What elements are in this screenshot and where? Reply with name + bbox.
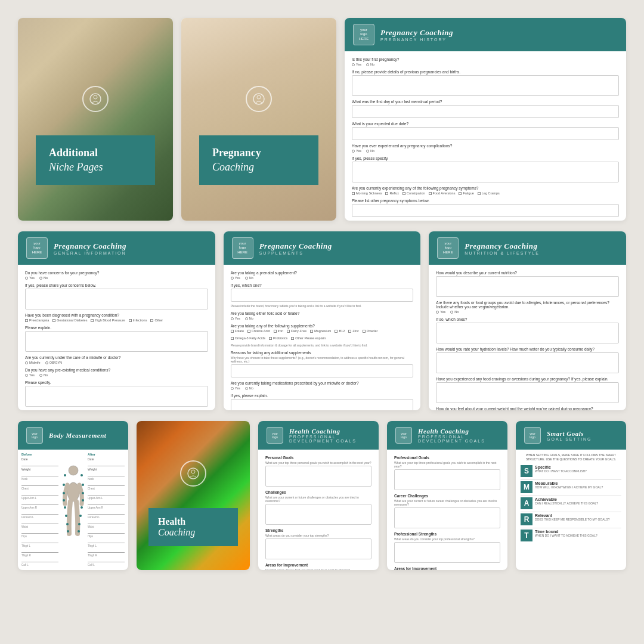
logo-text: yourlogoHERE bbox=[359, 28, 369, 41]
pregnancy-photo-card: Pregnancy Coaching bbox=[181, 18, 336, 221]
q-symptoms: Are you currently experiencing any of th… bbox=[352, 186, 619, 195]
divider-3 bbox=[521, 512, 621, 512]
q-concerns: Do you have concerns for your pregnancy?… bbox=[25, 271, 208, 280]
divider-1 bbox=[521, 479, 621, 480]
divider-4 bbox=[521, 528, 621, 528]
row1: Additional Niche Pages Pregnancy Coachin… bbox=[18, 18, 626, 221]
smart-content-a: Achievable CAN I REALISTICALLY ACHIEVE T… bbox=[535, 497, 621, 506]
form-body-pregnancy-history: Is this your first pregnancy? Yes No If … bbox=[345, 51, 626, 221]
radio-comp-yes: Yes bbox=[352, 149, 361, 153]
form-header-smart: yourlogo Smart Goals GOAL SETTING bbox=[516, 421, 626, 450]
smart-content-t: Time bound WHEN DO I WANT TO ACHIEVE THI… bbox=[535, 530, 621, 538]
form-header-hc2: yourlogo Health Coaching PROFESSIONAL DE… bbox=[387, 421, 507, 450]
svg-point-18 bbox=[80, 506, 83, 509]
svg-point-9 bbox=[63, 499, 65, 501]
q-comp-specify: If yes, please specify. bbox=[352, 156, 619, 182]
pregnancy-overlay: Pregnancy Coaching bbox=[199, 135, 318, 185]
pregnancy-title: Pregnancy bbox=[212, 146, 305, 160]
smart-desc-t: WHEN DO I WANT TO ACHIEVE THIS GOAL? bbox=[535, 534, 621, 538]
q-diagnosed: Have you been diagnosed with a pregnancy… bbox=[25, 313, 208, 322]
form-header-hc1: yourlogo Health Coaching PROFESSIONAL DE… bbox=[258, 421, 379, 450]
svg-point-15 bbox=[82, 484, 84, 486]
form-header-title-5: Body Measurement bbox=[49, 432, 120, 439]
circle-logo-1 bbox=[82, 86, 109, 112]
smart-word-s: Specific bbox=[535, 465, 621, 469]
input-other-symptoms[interactable] bbox=[352, 204, 619, 217]
logo-box-4: yourlogoHERE bbox=[437, 237, 459, 259]
smart-row-a: A Achievable CAN I REALISTICALLY ACHIEVE… bbox=[521, 497, 621, 509]
svg-point-3 bbox=[257, 95, 261, 99]
smart-letter-m: M bbox=[521, 481, 532, 493]
smart-goals-body: WHEN SETTING GOALS, MAKE SURE IT FOLLOWS… bbox=[516, 450, 626, 570]
svg-point-20 bbox=[78, 523, 80, 525]
form-header-title-4: Pregnancy Coaching NUTRITION & LIFESTYLE bbox=[465, 242, 618, 255]
health-coaching-subtitle: Coaching bbox=[158, 527, 228, 538]
additional-niche-title: Additional bbox=[49, 146, 142, 160]
q-explain: Please explain. bbox=[25, 326, 208, 352]
q-due-date: What is your expected due date? bbox=[352, 122, 619, 140]
additional-niche-subtitle: Niche Pages bbox=[49, 160, 142, 174]
radio-no: No bbox=[366, 63, 374, 66]
divider-2 bbox=[521, 496, 621, 496]
form-header-supplements: yourlogoHERE Pregnancy Coaching SUPPLEME… bbox=[224, 231, 421, 265]
svg-point-8 bbox=[63, 492, 65, 494]
svg-point-12 bbox=[66, 523, 69, 525]
body-measurement-header: yourlogo Body Measurement bbox=[18, 421, 128, 450]
smart-row-r: R Relevant DOES THIS KEEP ME RESPONSIBLE… bbox=[521, 513, 621, 525]
pregnancy-subtitle: Coaching bbox=[212, 160, 305, 174]
nutrition-form: yourlogoHERE Pregnancy Coaching NUTRITIO… bbox=[429, 231, 626, 410]
smart-letter-t: T bbox=[521, 530, 532, 541]
smart-content-m: Measurable HOW WILL I KNOW WHEN I ACHIEV… bbox=[535, 481, 621, 490]
q-specify: Please specify. bbox=[25, 380, 208, 407]
smart-word-t: Time bound bbox=[535, 530, 621, 534]
smart-desc-a: CAN I REALISTICALLY ACHIEVE THIS GOAL? bbox=[535, 501, 621, 506]
main-container: Additional Niche Pages Pregnancy Coachin… bbox=[0, 0, 644, 644]
form-body-nutrition: How would you describe your current nutr… bbox=[429, 265, 626, 410]
radio-comp-no: No bbox=[366, 149, 374, 153]
smart-desc-r: DOES THIS KEEP ME RESPONSIBLE TO MY GOAL… bbox=[535, 518, 621, 522]
form-header-title-2: Pregnancy Coaching GENERAL INFORMATION bbox=[54, 242, 207, 255]
health-coaching-overlay: Health Coaching bbox=[148, 508, 238, 546]
circle-logo-3 bbox=[180, 460, 206, 487]
input-previous-details[interactable] bbox=[352, 75, 619, 96]
body-left-col: Before Date Weight Neck Chest Upper Arm … bbox=[21, 453, 58, 567]
row2: yourlogoHERE Pregnancy Coaching GENERAL … bbox=[18, 231, 626, 410]
form-header-nutrition: yourlogoHERE Pregnancy Coaching NUTRITIO… bbox=[429, 231, 626, 265]
form-sub-title: PREGNANCY HISTORY bbox=[380, 38, 618, 42]
smart-desc-m: HOW WILL I KNOW WHEN I ACHIEVE MY GOAL? bbox=[535, 485, 621, 490]
q-lmp: What was the first day of your last mens… bbox=[352, 100, 619, 118]
smart-letter-r: R bbox=[521, 513, 532, 525]
body-right-col: After Date Weight Neck Chest Upper Arm L… bbox=[88, 453, 125, 567]
form-header-title: Pregnancy Coaching PREGNANCY HISTORY bbox=[380, 28, 618, 42]
svg-point-19 bbox=[79, 515, 82, 517]
logo-box-2: yourlogoHERE bbox=[26, 237, 48, 259]
svg-point-6 bbox=[64, 474, 66, 476]
svg-point-10 bbox=[64, 506, 66, 509]
input-due-date[interactable] bbox=[352, 127, 619, 140]
circle-logo-2 bbox=[246, 86, 272, 112]
input-lmp[interactable] bbox=[352, 105, 619, 118]
svg-point-17 bbox=[82, 499, 84, 501]
svg-point-4 bbox=[69, 466, 78, 475]
smart-letter-a: A bbox=[521, 497, 532, 509]
pregnancy-photo bbox=[181, 18, 336, 221]
radio-yes: Yes bbox=[352, 63, 361, 66]
q-midwife: Are you currently under the care of a mi… bbox=[25, 355, 208, 364]
health-coaching-photo-card: Health Coaching bbox=[137, 421, 250, 570]
smart-content-r: Relevant DOES THIS KEEP ME RESPONSIBLE T… bbox=[535, 513, 621, 522]
health-coaching-title: Health bbox=[158, 516, 228, 527]
form-sub-title-2: GENERAL INFORMATION bbox=[54, 251, 207, 255]
food-photo bbox=[137, 421, 250, 570]
smart-row-t: T Time bound WHEN DO I WANT TO ACHIEVE T… bbox=[521, 530, 621, 541]
input-comp-specify[interactable] bbox=[352, 162, 619, 182]
logo-box: yourlogoHERE bbox=[353, 24, 374, 45]
supplements-form: yourlogoHERE Pregnancy Coaching SUPPLEME… bbox=[224, 231, 421, 410]
smart-word-a: Achievable bbox=[535, 497, 621, 501]
health-coaching-form1: yourlogo Health Coaching PROFESSIONAL DE… bbox=[258, 421, 379, 570]
q-complications: Have you ever experienced any pregnancy … bbox=[352, 144, 619, 153]
form-body-supplements: Are you taking a prenatal supplement? Ye… bbox=[224, 265, 421, 410]
form-header-general: yourlogoHERE Pregnancy Coaching GENERAL … bbox=[18, 231, 215, 265]
svg-point-7 bbox=[63, 484, 65, 486]
form-main-title: Pregnancy Coaching bbox=[380, 28, 618, 38]
smart-word-r: Relevant bbox=[535, 513, 621, 518]
